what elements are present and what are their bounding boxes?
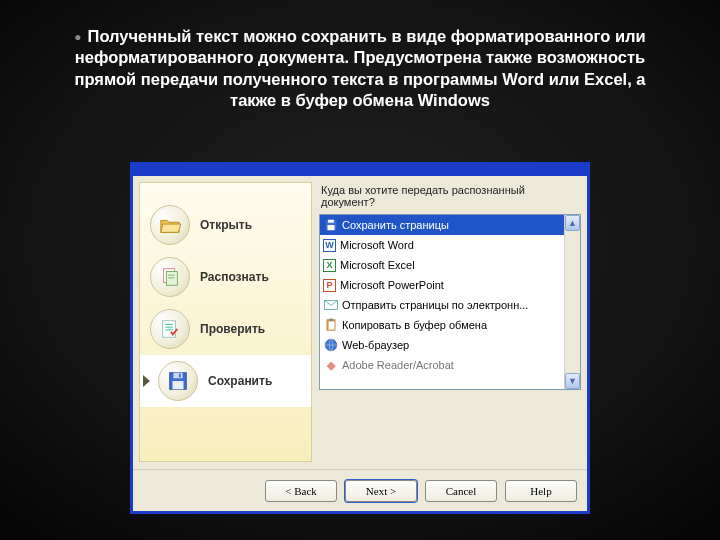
list-item-clipboard[interactable]: Копировать в буфер обмена [320, 315, 580, 335]
help-button[interactable]: Help [505, 480, 577, 502]
svg-rect-13 [328, 220, 334, 223]
step-label: Проверить [200, 322, 265, 336]
button-label: Next > [366, 485, 396, 497]
wizard-steps-panel: Открыть Распознать Проверить Сохранить [139, 182, 312, 462]
svg-rect-18 [329, 319, 333, 321]
list-item-browser[interactable]: Web-браузер [320, 335, 580, 355]
list-item-email[interactable]: Отправить страницы по электронн... [320, 295, 580, 315]
slide-caption: ●Полученный текст можно сохранить в виде… [0, 0, 720, 122]
step-label: Распознать [200, 270, 269, 284]
clipboard-icon [323, 318, 338, 333]
step-label: Сохранить [208, 374, 272, 388]
list-item-excel[interactable]: X Microsoft Excel [320, 255, 580, 275]
panel-question: Куда вы хотите передать распознанный док… [319, 182, 581, 214]
destination-listbox[interactable]: Сохранить страницы W Microsoft Word X Mi… [319, 214, 581, 390]
button-label: Cancel [446, 485, 477, 497]
step-save[interactable]: Сохранить [140, 355, 311, 407]
list-item-label: Сохранить страницы [342, 219, 449, 231]
list-item-label: Копировать в буфер обмена [342, 319, 487, 331]
svg-rect-10 [173, 381, 184, 389]
powerpoint-icon: P [323, 279, 336, 292]
back-button[interactable]: < Back [265, 480, 337, 502]
folder-open-icon [150, 205, 190, 245]
envelope-icon [323, 298, 338, 313]
listbox-scrollbar[interactable]: ▲ ▼ [564, 215, 580, 389]
globe-icon [323, 338, 338, 353]
button-label: < Back [285, 485, 317, 497]
svg-rect-11 [179, 374, 181, 378]
list-item-powerpoint[interactable]: P Microsoft PowerPoint [320, 275, 580, 295]
list-item-label: Microsoft Excel [340, 259, 415, 271]
step-check[interactable]: Проверить [140, 303, 311, 355]
list-item-label: Web-браузер [342, 339, 409, 351]
button-label: Help [530, 485, 551, 497]
pdf-icon: ◆ [323, 358, 338, 373]
scroll-down-button[interactable]: ▼ [565, 373, 580, 389]
pages-icon [150, 257, 190, 297]
scroll-up-button[interactable]: ▲ [565, 215, 580, 231]
svg-rect-9 [173, 373, 182, 379]
svg-rect-17 [328, 322, 334, 330]
word-icon: W [323, 239, 336, 252]
wizard-dialog: Открыть Распознать Проверить Сохранить [130, 162, 590, 514]
step-open[interactable]: Открыть [140, 199, 311, 251]
destination-panel: Куда вы хотите передать распознанный док… [319, 182, 581, 462]
list-item-word[interactable]: W Microsoft Word [320, 235, 580, 255]
step-label: Открыть [200, 218, 252, 232]
floppy-icon [158, 361, 198, 401]
step-recognize[interactable]: Распознать [140, 251, 311, 303]
chevron-right-icon [143, 375, 150, 387]
scroll-track[interactable] [565, 231, 580, 373]
excel-icon: X [323, 259, 336, 272]
list-item-label: Adobe Reader/Acrobat [342, 359, 454, 371]
list-item-label: Microsoft PowerPoint [340, 279, 444, 291]
floppy-icon [323, 218, 338, 233]
next-button[interactable]: Next > [345, 480, 417, 502]
cancel-button[interactable]: Cancel [425, 480, 497, 502]
document-check-icon [150, 309, 190, 349]
wizard-button-bar: < Back Next > Cancel Help [133, 469, 587, 511]
slide-caption-text: Полученный текст можно сохранить в виде … [75, 27, 646, 109]
list-item-save-pages[interactable]: Сохранить страницы [320, 215, 580, 235]
list-item-label: Отправить страницы по электронн... [342, 299, 528, 311]
bullet-icon: ● [74, 30, 81, 44]
list-item-acrobat[interactable]: ◆ Adobe Reader/Acrobat [320, 355, 580, 375]
svg-rect-14 [327, 225, 334, 230]
list-item-label: Microsoft Word [340, 239, 414, 251]
